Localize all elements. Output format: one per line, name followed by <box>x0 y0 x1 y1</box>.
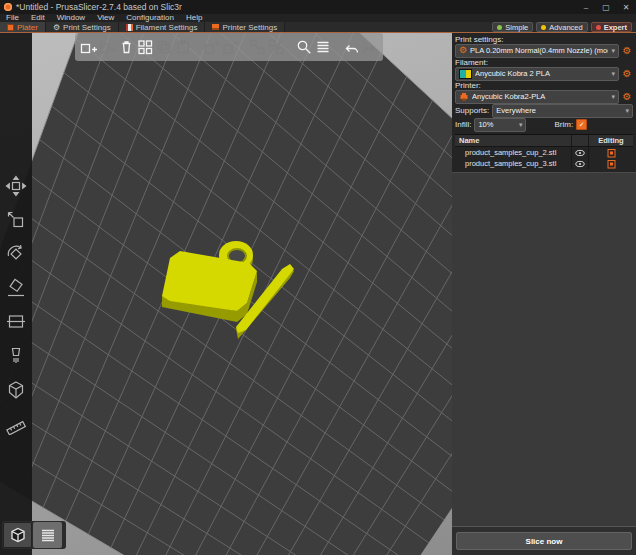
printer-icon <box>459 92 469 102</box>
supports-label: Supports: <box>455 106 489 115</box>
ruler-tool-icon <box>5 413 27 435</box>
menu-edit[interactable]: Edit <box>25 14 51 22</box>
cut-tool-button[interactable] <box>5 311 27 333</box>
prusaslicer-window: { "window": { "title": "*Untitled - Prus… <box>0 0 636 555</box>
editor-3d-view-button[interactable] <box>3 522 32 548</box>
delete-all-button[interactable] <box>117 35 136 59</box>
rotate-tool-icon <box>5 243 27 265</box>
mode-switcher: Simple Advanced Expert <box>492 22 636 32</box>
table-row[interactable]: product_samples_cup_2.stl <box>455 147 633 158</box>
delete-all-icon <box>117 38 135 56</box>
ruler-tool-button[interactable] <box>5 413 27 435</box>
window-title: *Untitled - PrusaSlicer-2.7.4 based on S… <box>16 2 182 12</box>
slice-now-button[interactable]: Slice now <box>456 532 632 550</box>
editor-3d-icon <box>9 526 27 544</box>
paint-supports-tool-icon <box>5 345 27 367</box>
table-row[interactable]: product_samples_cup_3.stl <box>455 158 633 169</box>
filament-combo[interactable]: Anycubic Kobra 2 PLA ▾ <box>455 67 619 81</box>
add-instance-icon <box>202 38 220 56</box>
print-profile-icon: ⚙ <box>459 46 467 55</box>
menu-bar: File Edit Window View Configuration Help <box>0 14 636 22</box>
scale-tool-icon <box>5 209 27 231</box>
tab-filament-settings[interactable]: Filament Settings <box>119 22 206 32</box>
remove-instance-button <box>220 35 239 59</box>
object-name: product_samples_cup_3.stl <box>455 159 571 168</box>
menu-file[interactable]: File <box>0 14 25 22</box>
settings-panel: Print settings: ⚙ PLA 0.20mm Normal(0.4m… <box>452 33 636 555</box>
tab-plater-label: Plater <box>17 23 38 32</box>
menu-help[interactable]: Help <box>180 14 208 22</box>
search-icon <box>295 38 313 56</box>
split-parts-icon <box>267 38 285 56</box>
rotate-tool-button[interactable] <box>5 243 27 265</box>
menu-view[interactable]: View <box>91 14 120 22</box>
add-object-button[interactable] <box>79 35 98 59</box>
title-bar: *Untitled - PrusaSlicer-2.7.4 based on S… <box>0 0 636 14</box>
gizmo-toolbar <box>0 33 32 555</box>
maximize-icon[interactable]: ▢ <box>596 0 616 14</box>
supports-combo[interactable]: Everywhere ▾ <box>492 104 633 118</box>
menu-window[interactable]: Window <box>51 14 91 22</box>
paint-supports-tool-button[interactable] <box>5 345 27 367</box>
place-on-face-tool-button[interactable] <box>5 277 27 299</box>
brim-label: Brim: <box>554 120 573 129</box>
object-name: product_samples_cup_2.stl <box>455 148 571 157</box>
supports-value: Everywhere <box>496 106 622 115</box>
brim-checkbox[interactable] <box>576 119 587 130</box>
measure-tool-button[interactable] <box>5 379 27 401</box>
printer-label: Printer: <box>455 81 633 90</box>
eye-icon[interactable] <box>575 160 585 168</box>
presets-section: Print settings: ⚙ PLA 0.20mm Normal(0.4m… <box>452 33 636 172</box>
tab-print-settings[interactable]: ⚙ Print Settings <box>46 22 119 32</box>
tab-printer-settings[interactable]: Printer Settings <box>205 22 285 32</box>
arrange-button[interactable] <box>136 35 155 59</box>
undo-button[interactable] <box>341 35 360 59</box>
object-list: Name Editing product_samples_cup_2.stl <box>455 134 633 169</box>
print-settings-combo[interactable]: ⚙ PLA 0.20mm Normal(0.4mm Nozzle) (modif… <box>455 44 619 58</box>
mode-simple-label: Simple <box>505 23 528 32</box>
slice-bar: Slice now <box>452 526 636 555</box>
eye-icon[interactable] <box>575 149 585 157</box>
filament-color-right <box>466 70 472 78</box>
column-name: Name <box>455 136 571 145</box>
printer-gear-button[interactable]: ⚙ <box>621 91 633 103</box>
print-settings-gear-button[interactable]: ⚙ <box>621 45 633 57</box>
tab-filament-settings-label: Filament Settings <box>136 23 198 32</box>
tab-plater[interactable]: Plater <box>0 22 46 32</box>
delete-object-button <box>98 35 117 59</box>
viewport-3d[interactable] <box>0 33 452 555</box>
mode-advanced[interactable]: Advanced <box>536 22 587 32</box>
tab-printer-settings-label: Printer Settings <box>222 23 277 32</box>
move-tool-icon <box>5 175 27 197</box>
redo-button <box>360 35 379 59</box>
mode-expert[interactable]: Expert <box>591 22 632 32</box>
split-objects-icon <box>248 38 266 56</box>
print-settings-label: Print settings: <box>455 35 633 44</box>
filament-gear-button[interactable]: ⚙ <box>621 68 633 80</box>
chevron-down-icon: ▾ <box>519 122 523 128</box>
search-button[interactable] <box>295 35 314 59</box>
infill-label: Infill: <box>455 120 471 129</box>
close-icon[interactable]: ✕ <box>616 0 636 14</box>
tab-bar: Plater ⚙ Print Settings Filament Setting… <box>0 22 636 33</box>
infill-combo[interactable]: 10% ▾ <box>474 118 526 132</box>
variable-layer-height-icon <box>314 38 332 56</box>
top-toolbar <box>75 33 383 61</box>
expert-dot-icon <box>596 25 601 30</box>
menu-configuration[interactable]: Configuration <box>120 14 180 22</box>
chevron-down-icon: ▾ <box>611 71 615 77</box>
object-list-header: Name Editing <box>455 135 633 147</box>
minimize-icon[interactable]: – <box>576 0 596 14</box>
paste-button <box>174 35 193 59</box>
scale-tool-button[interactable] <box>5 209 27 231</box>
preview-layers-view-button[interactable] <box>33 522 62 548</box>
move-tool-button[interactable] <box>5 175 27 197</box>
printer-combo[interactable]: Anycubic Kobra2-PLA ▾ <box>455 90 619 104</box>
variable-layer-height-button[interactable] <box>314 35 333 59</box>
mode-simple[interactable]: Simple <box>492 22 533 32</box>
editing-icon[interactable] <box>607 148 616 158</box>
redo-icon <box>361 38 379 56</box>
editing-icon[interactable] <box>607 159 616 169</box>
window-controls: – ▢ ✕ <box>576 0 636 14</box>
cut-tool-icon <box>5 311 27 333</box>
